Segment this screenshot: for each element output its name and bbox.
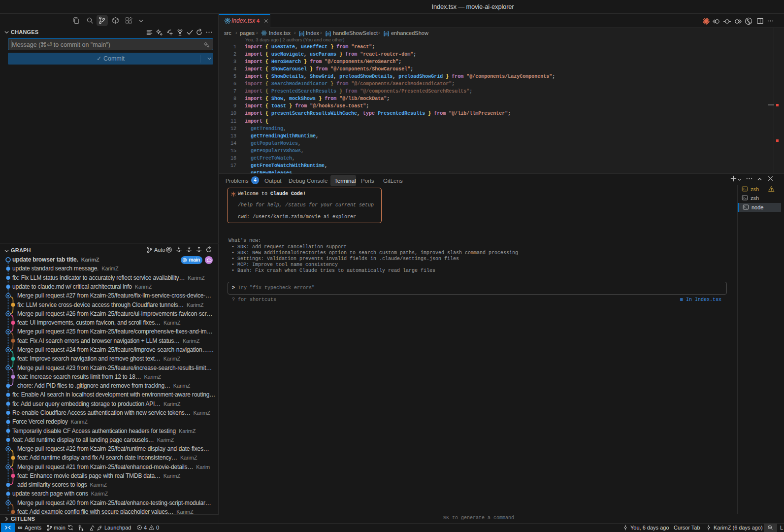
svg-text:@: @ <box>327 32 330 36</box>
svg-text:@: @ <box>300 32 304 36</box>
svg-text:@: @ <box>385 32 389 36</box>
